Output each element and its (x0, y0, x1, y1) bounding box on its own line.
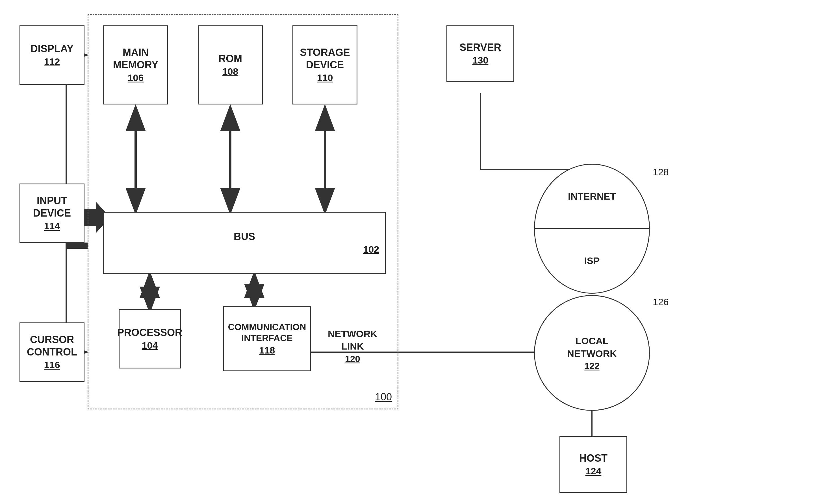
cursor-control-ref: 116 (44, 359, 60, 371)
main-memory-ref: 106 (128, 72, 144, 84)
network-link-label: NETWORK LINK 120 (328, 328, 377, 365)
server-label: SERVER (460, 41, 501, 53)
display-label: DISPLAY (31, 43, 74, 55)
main-memory-label: MAIN MEMORY (113, 46, 158, 71)
rom-label: ROM (218, 53, 242, 65)
server-box: SERVER 130 (447, 25, 514, 82)
system-ref: 100 (375, 391, 392, 403)
rom-ref: 108 (222, 66, 238, 77)
comm-interface-label: COMMUNICATION INTERFACE (228, 322, 306, 343)
bus-label: BUS (234, 230, 255, 243)
host-label: HOST (579, 452, 608, 464)
processor-label: PROCESSOR (117, 326, 182, 339)
processor-box: PROCESSOR 104 (119, 309, 181, 368)
comm-interface-box: COMMUNICATION INTERFACE 118 (223, 306, 311, 371)
cursor-control-box: CURSOR CONTROL 116 (19, 322, 84, 382)
input-device-box: INPUT DEVICE 114 (19, 184, 84, 243)
rom-box: ROM 108 (198, 25, 263, 104)
bus-ref: 102 (363, 244, 379, 255)
input-device-ref: 114 (44, 220, 60, 232)
comm-interface-ref: 118 (259, 344, 275, 356)
local-network-label: LOCAL NETWORK (567, 335, 617, 359)
cursor-control-label: CURSOR CONTROL (27, 333, 77, 358)
host-ref: 124 (586, 465, 602, 477)
display-box: DISPLAY 112 (19, 25, 84, 85)
storage-device-box: STORAGE DEVICE 110 (292, 25, 357, 104)
display-ref: 112 (44, 56, 60, 67)
storage-device-ref: 110 (317, 72, 333, 84)
storage-device-label: STORAGE DEVICE (300, 46, 350, 71)
internet-isp-circle: INTERNET ISP (534, 164, 650, 294)
isp-label: ISP (535, 229, 649, 293)
internet-label: INTERNET (535, 165, 649, 229)
input-device-label: INPUT DEVICE (33, 195, 71, 219)
local-network-ref: 122 (584, 361, 599, 371)
diagram: 100 DISPLAY 112 INPUT DEVICE 114 CURSOR … (0, 0, 818, 504)
main-memory-box: MAIN MEMORY 106 (103, 25, 168, 104)
host-box: HOST 124 (560, 436, 627, 493)
bus-box: BUS 102 (103, 212, 386, 274)
server-ref: 130 (473, 54, 489, 66)
local-network-circle: LOCAL NETWORK 122 (534, 295, 650, 411)
processor-ref: 104 (142, 340, 158, 351)
local-net-ref-label: 126 (653, 296, 669, 307)
internet-ref-label: 128 (653, 167, 669, 178)
